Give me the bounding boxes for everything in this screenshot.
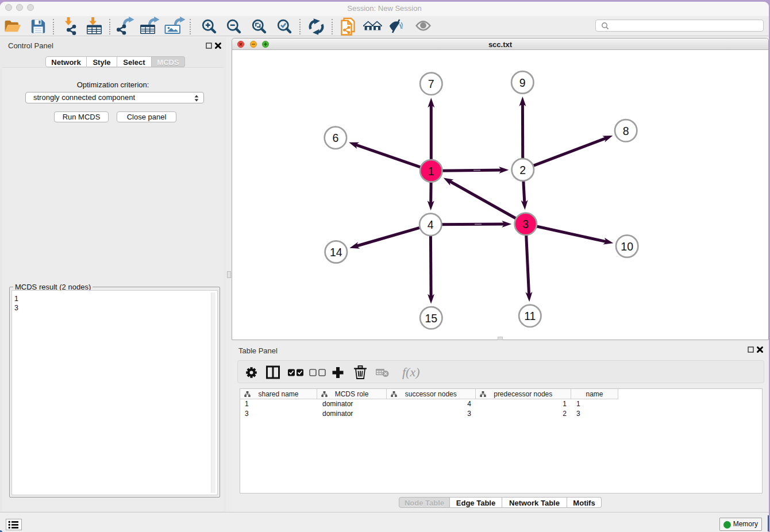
svg-text:4: 4 [428, 218, 434, 231]
svg-text:9: 9 [519, 76, 526, 89]
svg-text:2: 2 [519, 164, 526, 176]
svg-text:6: 6 [332, 132, 338, 144]
svg-text:7: 7 [428, 78, 434, 90]
svg-text:10: 10 [621, 240, 633, 253]
svg-text:f(x): f(x) [402, 365, 420, 379]
svg-text:3: 3 [522, 218, 529, 230]
svg-text:8: 8 [623, 125, 629, 137]
svg-text:1: 1 [428, 165, 434, 178]
svg-text:15: 15 [425, 312, 437, 325]
svg-text:14: 14 [330, 246, 342, 259]
svg-text:11: 11 [524, 310, 536, 322]
